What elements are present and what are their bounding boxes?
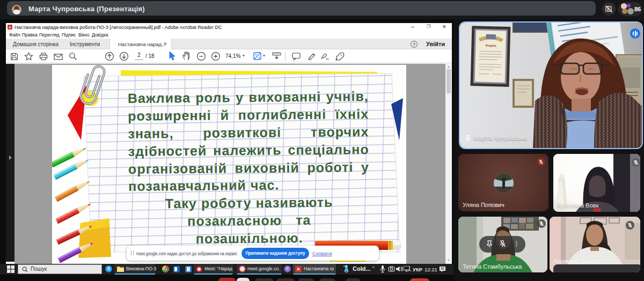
- svg-text:Форма: Форма: [485, 44, 496, 48]
